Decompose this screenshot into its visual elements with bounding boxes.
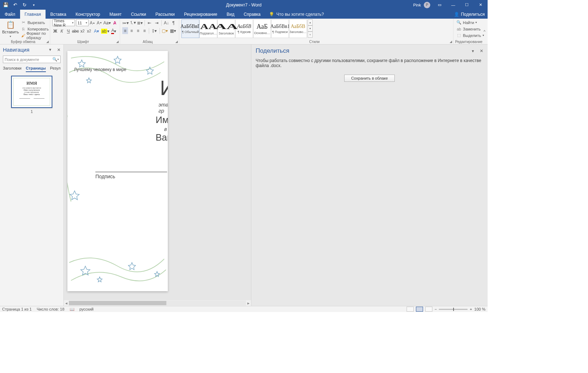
minimize-button[interactable]: — bbox=[447, 0, 460, 10]
shrink-font-button[interactable]: A▼ bbox=[96, 19, 102, 26]
font-name-combo[interactable]: Times New R▾ bbox=[52, 19, 75, 26]
change-case-button[interactable]: Aa▾ bbox=[104, 19, 111, 26]
document-page[interactable]: Лучшему человеку в мире И эта гр Имя в В… bbox=[67, 51, 168, 291]
save-to-cloud-button[interactable]: Сохранить в облаке bbox=[344, 75, 394, 82]
view-print-button[interactable] bbox=[416, 307, 423, 312]
inc-indent-button[interactable]: ⇥ bbox=[153, 19, 160, 26]
style-6[interactable]: АаБбВЗаголово… bbox=[289, 19, 307, 38]
ribbon-display-options[interactable]: ▭ bbox=[433, 0, 446, 10]
redo-button[interactable]: ↻ bbox=[20, 1, 29, 9]
cut-button[interactable]: ✂Вырезать bbox=[20, 19, 49, 25]
styles-scroll-btn[interactable]: ▿ bbox=[308, 32, 313, 38]
tab-help[interactable]: Справка bbox=[239, 10, 265, 19]
nav-tab-headings[interactable]: Заголовки bbox=[3, 66, 22, 72]
align-left-button[interactable]: ≡ bbox=[122, 27, 128, 34]
align-right-button[interactable]: ≡ bbox=[135, 27, 141, 34]
style-2[interactable]: ААЗаголовок bbox=[217, 19, 235, 38]
zoom-in-button[interactable]: + bbox=[470, 307, 472, 311]
share-pane-options-icon[interactable]: ▼ bbox=[471, 49, 475, 53]
scroll-thumb[interactable] bbox=[69, 301, 166, 305]
line-spacing-button[interactable]: ‡▾ bbox=[151, 27, 158, 34]
superscript-button[interactable]: x2 bbox=[86, 28, 92, 34]
nav-dropdown-icon[interactable]: ▼ bbox=[48, 48, 52, 52]
bold-button[interactable]: Ж bbox=[52, 28, 58, 34]
styles-dialog-launcher[interactable]: ◢ bbox=[450, 40, 452, 43]
align-center-button[interactable]: ≡ bbox=[129, 27, 134, 34]
status-words[interactable]: Число слов: 18 bbox=[37, 307, 64, 311]
tab-insert[interactable]: Вставка bbox=[46, 10, 71, 19]
group-styles: АаБбВвГ¶ ОбычныйААПодзагол…ААЗаголовокАа… bbox=[179, 19, 454, 44]
font-size-combo[interactable]: 11▾ bbox=[76, 19, 88, 26]
bullets-button[interactable]: ≔▾ bbox=[122, 19, 129, 26]
font-color-button[interactable]: A▾ bbox=[110, 28, 118, 34]
style-4[interactable]: АаБОсновно… bbox=[253, 19, 271, 38]
select-button[interactable]: ⬚Выделить ▾ bbox=[456, 32, 485, 38]
collapse-ribbon-button[interactable]: ^ bbox=[484, 29, 485, 34]
spellcheck-icon[interactable]: 📖 bbox=[70, 307, 75, 312]
save-button[interactable]: 💾 bbox=[1, 1, 10, 9]
nav-close-button[interactable]: ✕ bbox=[57, 47, 61, 52]
find-button[interactable]: 🔍Найти ▾ bbox=[456, 19, 485, 25]
view-web-button[interactable] bbox=[425, 307, 432, 312]
clear-format-button[interactable]: A̷ bbox=[112, 19, 118, 26]
style-1[interactable]: ААПодзагол… bbox=[199, 19, 217, 38]
zoom-level[interactable]: 100 % bbox=[474, 307, 485, 311]
underline-button[interactable]: Ч bbox=[65, 28, 71, 34]
nav-tab-results[interactable]: Результаты bbox=[50, 66, 61, 72]
status-language[interactable]: русский bbox=[80, 307, 94, 311]
numbering-button[interactable]: ⒈▾ bbox=[129, 19, 136, 26]
sort-button[interactable]: A↓ bbox=[163, 19, 170, 26]
replace-button[interactable]: abЗаменить bbox=[456, 26, 485, 32]
close-button[interactable]: ✕ bbox=[474, 0, 487, 10]
tab-mailings[interactable]: Рассылки bbox=[151, 10, 179, 19]
clipboard-dialog-launcher[interactable]: ◢ bbox=[46, 40, 49, 43]
font-dialog-launcher[interactable]: ◢ bbox=[116, 40, 119, 43]
styles-scroll-btn[interactable]: ▴ bbox=[308, 19, 313, 25]
share-button[interactable]: 👤 Поделиться bbox=[454, 10, 485, 19]
dec-indent-button[interactable]: ⇤ bbox=[146, 19, 153, 26]
tab-references[interactable]: Ссылки bbox=[126, 10, 151, 19]
document-area[interactable]: Лучшему человеку в мире И эта гр Имя в В… bbox=[64, 44, 251, 306]
tab-view[interactable]: Вид bbox=[222, 10, 239, 19]
borders-button[interactable]: ▦▾ bbox=[169, 27, 177, 34]
tab-design[interactable]: Конструктор bbox=[71, 10, 105, 19]
maximize-button[interactable]: ☐ bbox=[460, 0, 473, 10]
style-5[interactable]: АаБбВв1¶ Подписи bbox=[271, 19, 289, 38]
tab-file[interactable]: Файл bbox=[0, 10, 20, 19]
shading-button[interactable]: ▢▾ bbox=[161, 27, 169, 34]
style-0[interactable]: АаБбВвГ¶ Обычный bbox=[181, 19, 199, 38]
avatar[interactable]: P bbox=[424, 2, 430, 8]
share-pane-close-button[interactable]: ✕ bbox=[480, 48, 483, 53]
undo-button[interactable]: ↶ bbox=[11, 1, 19, 9]
show-marks-button[interactable]: ¶ bbox=[170, 19, 177, 26]
highlight-button[interactable]: ab▾ bbox=[101, 28, 109, 34]
horizontal-scrollbar[interactable]: ◄ ► bbox=[64, 300, 251, 306]
page-thumbnail[interactable]: ИМЯ эта грамота вручается Имя получателя… bbox=[11, 76, 52, 108]
zoom-out-button[interactable]: − bbox=[435, 307, 437, 311]
italic-button[interactable]: К bbox=[59, 28, 65, 34]
subscript-button[interactable]: x2 bbox=[80, 28, 85, 34]
zoom-slider[interactable] bbox=[439, 309, 468, 310]
strike-button[interactable]: abc bbox=[72, 28, 79, 34]
tell-me-search[interactable]: 💡 Что вы хотите сделать? bbox=[265, 10, 328, 19]
scroll-right-icon[interactable]: ► bbox=[246, 301, 251, 305]
paragraph-dialog-launcher[interactable]: ◢ bbox=[175, 40, 178, 43]
tab-layout[interactable]: Макет bbox=[105, 10, 126, 19]
nav-search-input[interactable]: Поиск в документе 🔍▾ bbox=[3, 56, 61, 63]
styles-scroll-btn[interactable]: ▾ bbox=[308, 25, 313, 32]
text-effects-button[interactable]: A▾ bbox=[93, 28, 100, 34]
style-3[interactable]: АаБбВ¶ Курсив bbox=[235, 19, 253, 38]
format-painter-button[interactable]: 🖌Формат по образцу bbox=[20, 32, 49, 38]
paste-button[interactable]: 📋 Вставить ▾ bbox=[2, 19, 19, 39]
multilevel-button[interactable]: ≣▾ bbox=[137, 19, 143, 26]
nav-tab-pages[interactable]: Страницы bbox=[26, 66, 46, 72]
status-page[interactable]: Страница 1 из 1 bbox=[2, 307, 32, 311]
justify-button[interactable]: ≡ bbox=[142, 27, 147, 34]
tab-home[interactable]: Главная bbox=[20, 10, 46, 19]
tab-review[interactable]: Рецензирование bbox=[179, 10, 222, 19]
view-read-button[interactable] bbox=[407, 307, 414, 312]
user-name[interactable]: Pink bbox=[413, 3, 421, 7]
qat-customize[interactable]: ▾ bbox=[29, 1, 38, 9]
scroll-left-icon[interactable]: ◄ bbox=[64, 301, 69, 305]
grow-font-button[interactable]: A▲ bbox=[90, 19, 95, 26]
